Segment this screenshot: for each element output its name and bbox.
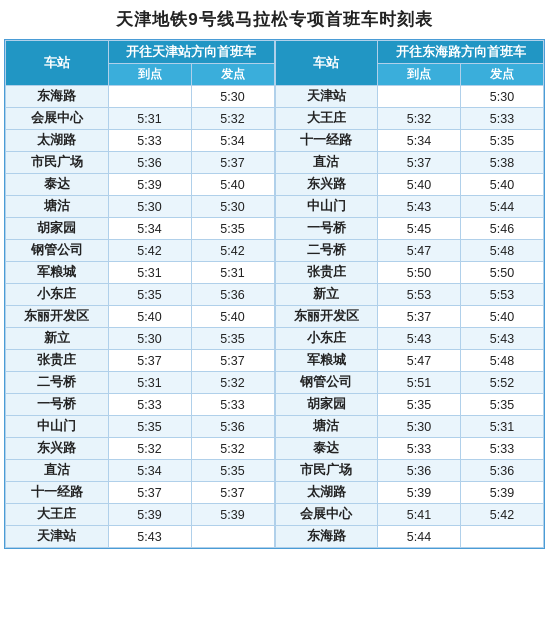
right-station-header: 车站 [275, 41, 378, 86]
right-station-cell: 军粮城 [275, 350, 378, 372]
right-arrive-cell: 5:45 [378, 218, 461, 240]
left-station-cell: 一号桥 [6, 394, 109, 416]
left-depart-header: 发点 [191, 64, 274, 86]
left-station-cell: 塘沽 [6, 196, 109, 218]
left-arrive-cell: 5:33 [108, 130, 191, 152]
left-table-row: 太湖路5:335:34 [6, 130, 275, 152]
right-arrive-cell: 5:37 [378, 306, 461, 328]
left-table-row: 小东庄5:355:36 [6, 284, 275, 306]
right-depart-cell: 5:35 [461, 130, 544, 152]
left-arrive-cell: 5:30 [108, 328, 191, 350]
left-station-cell: 小东庄 [6, 284, 109, 306]
right-table-row: 泰达5:335:33 [275, 438, 544, 460]
right-station-cell: 市民广场 [275, 460, 378, 482]
left-arrive-cell: 5:40 [108, 306, 191, 328]
left-table-row: 东兴路5:325:32 [6, 438, 275, 460]
left-depart-cell: 5:37 [191, 482, 274, 504]
right-table-row: 市民广场5:365:36 [275, 460, 544, 482]
left-depart-cell: 5:35 [191, 218, 274, 240]
left-depart-cell: 5:30 [191, 86, 274, 108]
right-station-cell: 直沽 [275, 152, 378, 174]
right-table-row: 东海路5:44 [275, 526, 544, 548]
left-table-row: 十一经路5:375:37 [6, 482, 275, 504]
left-depart-cell: 5:31 [191, 262, 274, 284]
left-arrive-cell: 5:36 [108, 152, 191, 174]
right-station-cell: 二号桥 [275, 240, 378, 262]
right-station-cell: 大王庄 [275, 108, 378, 130]
right-arrive-cell: 5:36 [378, 460, 461, 482]
left-table-row: 大王庄5:395:39 [6, 504, 275, 526]
right-arrive-cell: 5:40 [378, 174, 461, 196]
right-depart-header: 发点 [461, 64, 544, 86]
left-station-cell: 十一经路 [6, 482, 109, 504]
right-depart-cell: 5:44 [461, 196, 544, 218]
right-table-row: 东丽开发区5:375:40 [275, 306, 544, 328]
right-arrive-cell: 5:37 [378, 152, 461, 174]
page-title: 天津地铁9号线马拉松专项首班车时刻表 [4, 8, 545, 31]
left-station-cell: 中山门 [6, 416, 109, 438]
left-tbody: 东海路5:30会展中心5:315:32太湖路5:335:34市民广场5:365:… [6, 86, 275, 548]
left-table-row: 会展中心5:315:32 [6, 108, 275, 130]
right-arrive-cell: 5:33 [378, 438, 461, 460]
left-depart-cell: 5:32 [191, 108, 274, 130]
right-arrive-cell: 5:53 [378, 284, 461, 306]
left-depart-cell: 5:36 [191, 416, 274, 438]
left-table-row: 胡家园5:345:35 [6, 218, 275, 240]
right-station-cell: 天津站 [275, 86, 378, 108]
right-table-row: 一号桥5:455:46 [275, 218, 544, 240]
left-arrive-cell: 5:37 [108, 482, 191, 504]
left-station-cell: 军粮城 [6, 262, 109, 284]
right-table-row: 东兴路5:405:40 [275, 174, 544, 196]
left-depart-cell: 5:30 [191, 196, 274, 218]
left-table-row: 直沽5:345:35 [6, 460, 275, 482]
right-depart-cell: 5:39 [461, 482, 544, 504]
left-station-cell: 新立 [6, 328, 109, 350]
left-arrive-cell: 5:42 [108, 240, 191, 262]
main-container: 天津地铁9号线马拉松专项首班车时刻表 车站 开往天津站方向首班车 到点 发点 东… [0, 0, 549, 557]
left-station-cell: 大王庄 [6, 504, 109, 526]
right-table-row: 大王庄5:325:33 [275, 108, 544, 130]
left-depart-cell: 5:32 [191, 372, 274, 394]
left-depart-cell: 5:33 [191, 394, 274, 416]
right-station-cell: 东兴路 [275, 174, 378, 196]
right-station-cell: 一号桥 [275, 218, 378, 240]
left-depart-cell: 5:32 [191, 438, 274, 460]
right-depart-cell: 5:33 [461, 108, 544, 130]
left-station-cell: 天津站 [6, 526, 109, 548]
right-depart-cell [461, 526, 544, 548]
right-table-row: 军粮城5:475:48 [275, 350, 544, 372]
left-depart-cell: 5:37 [191, 152, 274, 174]
right-table-row: 钢管公司5:515:52 [275, 372, 544, 394]
right-table-row: 中山门5:435:44 [275, 196, 544, 218]
left-arrive-cell: 5:43 [108, 526, 191, 548]
left-depart-cell: 5:39 [191, 504, 274, 526]
right-station-cell: 小东庄 [275, 328, 378, 350]
right-table-row: 新立5:535:53 [275, 284, 544, 306]
left-depart-cell: 5:36 [191, 284, 274, 306]
left-arrive-cell: 5:39 [108, 174, 191, 196]
timetable-wrapper: 车站 开往天津站方向首班车 到点 发点 东海路5:30会展中心5:315:32太… [4, 39, 545, 549]
right-arrive-cell: 5:43 [378, 196, 461, 218]
left-header-row: 车站 开往天津站方向首班车 [6, 41, 275, 64]
left-table-row: 市民广场5:365:37 [6, 152, 275, 174]
right-depart-cell: 5:48 [461, 350, 544, 372]
left-station-cell: 东丽开发区 [6, 306, 109, 328]
left-arrive-cell: 5:31 [108, 262, 191, 284]
left-station-cell: 直沽 [6, 460, 109, 482]
left-table-row: 一号桥5:335:33 [6, 394, 275, 416]
right-station-cell: 东海路 [275, 526, 378, 548]
left-station-cell: 二号桥 [6, 372, 109, 394]
right-depart-cell: 5:40 [461, 306, 544, 328]
right-arrive-cell: 5:43 [378, 328, 461, 350]
right-station-cell: 胡家园 [275, 394, 378, 416]
left-depart-cell: 5:40 [191, 174, 274, 196]
left-station-cell: 东海路 [6, 86, 109, 108]
right-station-cell: 中山门 [275, 196, 378, 218]
right-arrive-header: 到点 [378, 64, 461, 86]
right-table-row: 二号桥5:475:48 [275, 240, 544, 262]
left-arrive-header: 到点 [108, 64, 191, 86]
left-table-row: 二号桥5:315:32 [6, 372, 275, 394]
left-table-row: 新立5:305:35 [6, 328, 275, 350]
right-tbody: 天津站5:30大王庄5:325:33十一经路5:345:35直沽5:375:38… [275, 86, 544, 548]
left-station-cell: 泰达 [6, 174, 109, 196]
